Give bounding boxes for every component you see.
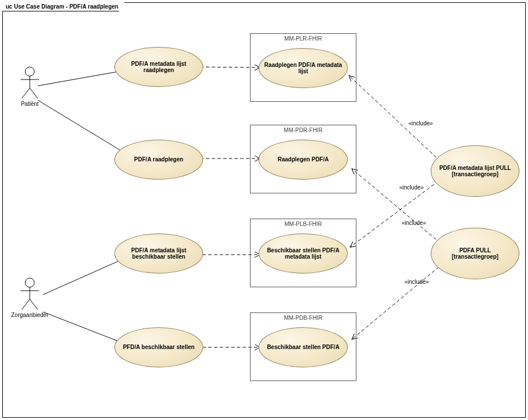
include-label: «include» bbox=[399, 184, 424, 191]
system-boundary-title: MM-PDB-FHIR bbox=[251, 315, 356, 321]
svg-point-17 bbox=[25, 278, 34, 287]
system-boundary-title: MM-PLR-FHIR bbox=[251, 35, 356, 42]
diagram-prefix: uc bbox=[6, 3, 13, 10]
include-label: «include» bbox=[404, 279, 429, 285]
usecase-raadplegen-metadata-lijst: Raadplegen PDF/A metadata lijst bbox=[259, 48, 348, 88]
usecase-raadplegen-pdfa: Raadplegen PDF/A bbox=[259, 140, 348, 180]
usecase-beschikbaar-metadata-lijst: Beschikbaar stellen PDF/A metadata lijst bbox=[259, 233, 348, 274]
actor-label: Patiënt bbox=[10, 101, 50, 107]
actor-zorgaanbieder: Zorgaanbieder bbox=[10, 278, 50, 318]
usecase-pdfa-raadplegen: PDF/A raadplegen bbox=[114, 140, 203, 180]
diagram-title: Use Case Diagram - PDF/A raadplegen bbox=[14, 3, 118, 10]
usecase-pdfa-metadata-lijst-raadplegen: PDF/A metadata lijst raadplegen bbox=[114, 47, 203, 87]
include-label: «include» bbox=[402, 220, 426, 226]
diagram-title-tab: uc Use Case Diagram - PDF/A raadplegen bbox=[2, 2, 125, 11]
actor-label: Zorgaanbieder bbox=[10, 312, 50, 318]
include-label: «include» bbox=[408, 120, 433, 126]
svg-line-16 bbox=[30, 88, 38, 98]
stickman-icon bbox=[19, 278, 40, 311]
usecase-pdfa-pull: PDFA PULL [transactiegroep] bbox=[431, 228, 519, 279]
usecase-beschikbaar-pdfa: Beschikbaar stellen PDF/A bbox=[259, 327, 348, 367]
svg-line-21 bbox=[30, 299, 38, 310]
usecase-pdfa-metadata-lijst-beschikbaar: PDF/A metadata lijst beschikbaar stellen bbox=[114, 233, 203, 274]
system-boundary-title: MM-PLB-FHIR bbox=[251, 221, 356, 227]
svg-line-15 bbox=[22, 88, 30, 98]
svg-point-12 bbox=[25, 67, 34, 76]
actor-patient: Patiënt bbox=[10, 66, 50, 107]
usecase-metadata-lijst-pull: PDF/A metadata lijst PULL [transactiegro… bbox=[431, 145, 519, 197]
stickman-icon bbox=[19, 66, 40, 100]
system-boundary-title: MM-PDR-FHIR bbox=[251, 127, 356, 133]
svg-line-20 bbox=[22, 299, 30, 310]
usecase-pfda-beschikbaar: PFD/A beschikbaar stellen bbox=[114, 327, 203, 367]
